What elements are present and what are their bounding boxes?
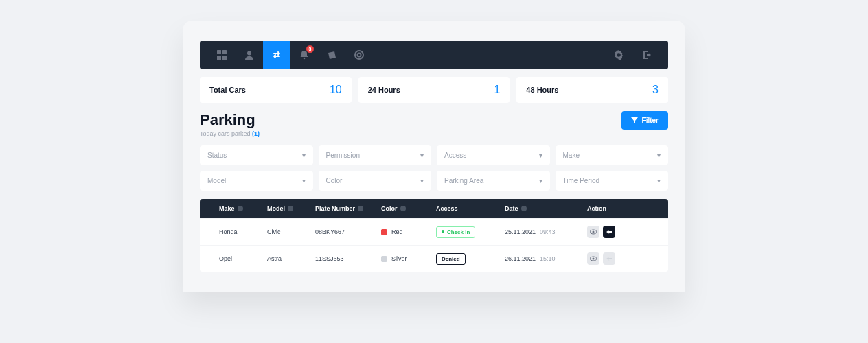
stat-value: 1	[494, 84, 500, 96]
th-date[interactable]: Date	[505, 205, 587, 212]
sort-icon	[288, 206, 293, 211]
view-button[interactable]	[587, 226, 599, 238]
stat-card-total: Total Cars 10	[200, 77, 352, 103]
gear-icon	[614, 50, 624, 60]
filter-time-period[interactable]: Time Period ▾	[556, 171, 669, 191]
subtitle-count: (1)	[252, 130, 260, 137]
filter-make[interactable]: Make ▾	[556, 145, 669, 165]
nav-transfers[interactable]	[263, 41, 290, 69]
cell-date: 25.11.2021 09:43	[505, 228, 587, 235]
stat-value: 10	[330, 84, 342, 96]
svg-point-5	[304, 58, 306, 60]
arrow-left-icon	[606, 255, 613, 262]
table-header: Make Model Plate Number Color Access Dat…	[200, 199, 668, 218]
table-row: Opel Astra 11SSJ653 Silver Denied 26.11.…	[200, 245, 668, 272]
svg-point-11	[593, 258, 595, 260]
th-make[interactable]: Make	[219, 205, 267, 212]
svg-point-7	[358, 54, 361, 57]
page-header: Parking Today cars parked (1) Filter	[200, 111, 668, 137]
cell-action	[587, 252, 635, 265]
filter-label: Parking Area	[444, 177, 483, 185]
color-swatch	[381, 256, 387, 262]
chevron-down-icon: ▾	[420, 177, 424, 185]
checkout-button[interactable]	[603, 226, 615, 238]
cell-model: Astra	[267, 255, 315, 262]
th-access: Access	[436, 205, 505, 212]
filter-model[interactable]: Model ▾	[200, 171, 313, 191]
nav-notifications[interactable]: 3	[290, 41, 318, 69]
color-name: Red	[391, 228, 403, 235]
cell-access: Denied	[436, 253, 505, 265]
cell-color: Red	[381, 228, 436, 235]
svg-rect-1	[222, 50, 227, 54]
filter-parking-area[interactable]: Parking Area ▾	[437, 171, 550, 191]
cell-color: Silver	[381, 255, 436, 262]
cell-make: Opel	[219, 255, 267, 262]
app-window: 3 Total Cars 10 24 Hours 1 48 Hours 3	[183, 21, 685, 292]
stat-label: 48 Hours	[526, 86, 558, 94]
filter-label: Time Period	[563, 177, 600, 185]
date-part: 26.11.2021	[505, 255, 536, 262]
cell-model: Civic	[267, 228, 315, 235]
access-badge-checkin: Check In	[436, 226, 475, 238]
svg-rect-0	[217, 50, 221, 54]
th-model[interactable]: Model	[267, 205, 315, 212]
sort-icon	[400, 206, 406, 211]
cell-action	[587, 226, 635, 238]
date-part: 25.11.2021	[505, 228, 536, 235]
th-plate[interactable]: Plate Number	[315, 205, 381, 212]
view-button[interactable]	[587, 252, 599, 265]
table-row: Honda Civic 08BKY667 Red Check In 25.11.…	[200, 218, 668, 245]
eye-icon	[590, 255, 597, 262]
nav-tickets[interactable]	[318, 41, 345, 69]
chevron-down-icon: ▾	[657, 177, 661, 185]
svg-rect-2	[217, 56, 221, 60]
stats-row: Total Cars 10 24 Hours 1 48 Hours 3	[200, 77, 668, 103]
subtitle-text: Today cars parked	[200, 130, 251, 137]
nav-settings[interactable]	[605, 41, 632, 69]
svg-point-4	[247, 51, 251, 56]
stat-card-48h: 48 Hours 3	[516, 77, 668, 103]
chevron-down-icon: ▾	[420, 152, 424, 159]
filter-label: Model	[207, 177, 226, 185]
filter-button-label: Filter	[642, 117, 659, 124]
funnel-icon	[631, 117, 638, 124]
stat-card-24h: 24 Hours 1	[358, 77, 510, 103]
filter-status[interactable]: Status ▾	[200, 145, 313, 165]
nav-logout[interactable]	[632, 41, 660, 69]
cell-plate: 08BKY667	[315, 228, 381, 235]
time-part: 09:43	[540, 228, 556, 235]
stat-label: 24 Hours	[368, 86, 400, 94]
navbar: 3	[200, 41, 668, 69]
arrow-left-icon	[606, 228, 613, 235]
logout-icon	[641, 50, 651, 60]
parking-table: Make Model Plate Number Color Access Dat…	[200, 199, 668, 272]
filter-access[interactable]: Access ▾	[437, 145, 550, 165]
sort-icon	[358, 206, 363, 211]
cell-plate: 11SSJ653	[315, 255, 381, 262]
nav-support[interactable]	[345, 41, 373, 69]
svg-rect-3	[222, 56, 227, 60]
cell-make: Honda	[219, 228, 267, 235]
filter-button[interactable]: Filter	[621, 111, 668, 130]
filter-color[interactable]: Color ▾	[319, 171, 432, 191]
chevron-down-icon: ▾	[302, 152, 306, 159]
page-subtitle: Today cars parked (1)	[200, 130, 260, 137]
nav-dashboard[interactable]	[208, 41, 236, 69]
checkout-button-disabled	[603, 252, 615, 265]
th-color[interactable]: Color	[381, 205, 436, 212]
lifebuoy-icon	[354, 50, 364, 60]
grid-icon	[217, 50, 227, 60]
cell-access: Check In	[436, 226, 505, 238]
filter-label: Status	[207, 152, 227, 159]
filter-label: Access	[444, 152, 466, 159]
time-part: 15:10	[540, 255, 556, 262]
filter-label: Permission	[326, 152, 360, 159]
chevron-down-icon: ▾	[657, 152, 661, 159]
nav-user[interactable]	[236, 41, 263, 69]
filter-label: Make	[563, 152, 580, 159]
page-title: Parking	[200, 111, 260, 129]
filter-label: Color	[326, 177, 343, 185]
filter-permission[interactable]: Permission ▾	[319, 145, 432, 165]
filters-grid: Status ▾ Permission ▾ Access ▾ Make ▾ Mo…	[200, 145, 668, 191]
